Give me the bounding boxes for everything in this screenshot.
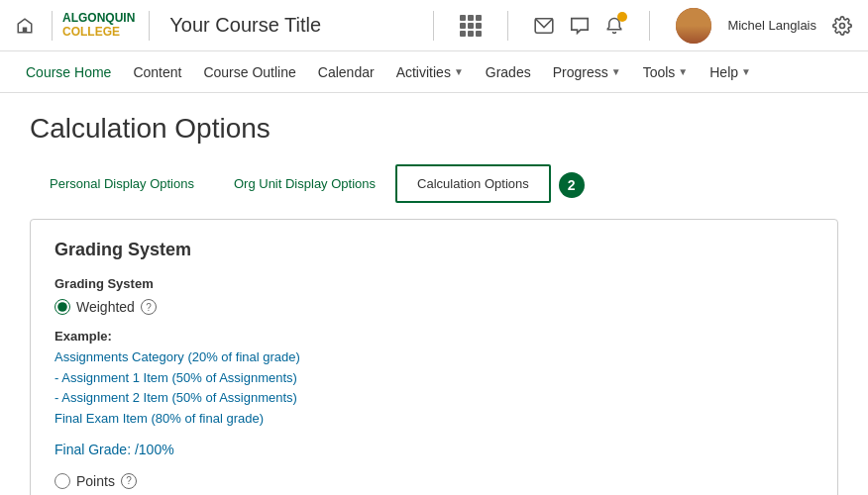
example-link-1[interactable]: Assignments Category (20% of final grade… <box>54 349 300 364</box>
nav-item-progress[interactable]: Progress ▼ <box>543 54 631 90</box>
nav-item-course-home[interactable]: Course Home <box>16 54 121 90</box>
example-link-4[interactable]: Final Exam Item (80% of final grade) <box>54 411 264 426</box>
example-bold-label: Example: <box>54 329 112 344</box>
nav-item-grades[interactable]: Grades <box>476 54 541 90</box>
nav-item-content[interactable]: Content <box>123 54 191 90</box>
nav-label-course-home: Course Home <box>26 64 111 80</box>
tab-org-unit-display-label: Org Unit Display Options <box>234 176 376 191</box>
weighted-radio[interactable] <box>54 299 70 315</box>
apps-grid-icon <box>460 15 482 37</box>
nav-item-help[interactable]: Help ▼ <box>700 54 761 90</box>
points-help-icon[interactable]: ? <box>121 473 137 489</box>
notification-badge <box>617 12 627 22</box>
header-divider-3 <box>433 11 434 41</box>
nav-label-progress: Progress <box>553 64 608 80</box>
help-arrow-icon: ▼ <box>741 66 751 77</box>
tab-calculation-options[interactable]: Calculation Options <box>395 164 551 203</box>
nav-item-tools[interactable]: Tools ▼ <box>633 54 699 90</box>
logo-text: ALGONQUINCOLLEGE <box>62 12 135 38</box>
example-line1: Assignments Category (20% of final grade… <box>54 347 814 368</box>
example-line2: - Assignment 1 Item (50% of Assignments) <box>54 368 814 389</box>
points-radio-row: Points ? <box>54 473 814 489</box>
final-grade-label: Final Grade: /100% <box>54 442 814 457</box>
example-block: Example: Assignments Category (20% of fi… <box>54 327 814 430</box>
example-link-2[interactable]: - Assignment 1 Item (50% of Assignments) <box>54 370 297 385</box>
header-divider-2 <box>149 11 150 41</box>
nav-label-activities: Activities <box>396 64 451 80</box>
tools-arrow-icon: ▼ <box>678 66 688 77</box>
svg-point-2 <box>840 23 845 28</box>
weighted-help-icon[interactable]: ? <box>141 299 157 315</box>
nav-label-course-outline: Course Outline <box>203 64 295 80</box>
tab-calculation-options-label: Calculation Options <box>417 176 529 191</box>
nav-label-calendar: Calendar <box>318 64 375 80</box>
example-label: Example: <box>54 327 814 347</box>
apps-button[interactable] <box>460 15 482 37</box>
settings-button[interactable] <box>832 16 852 36</box>
grading-system-card: Grading System Grading System Weighted ?… <box>30 219 838 495</box>
example-link-3[interactable]: - Assignment 2 Item (50% of Assignments) <box>54 390 297 405</box>
nav-label-tools: Tools <box>643 64 676 80</box>
nav-item-activities[interactable]: Activities ▼ <box>386 54 474 90</box>
home-button[interactable] <box>16 17 34 35</box>
tab-personal-display[interactable]: Personal Display Options <box>30 166 214 201</box>
nav-bar: Course Home Content Course Outline Calen… <box>0 51 868 93</box>
course-title: Your Course Title <box>169 14 321 37</box>
tab-org-unit-display[interactable]: Org Unit Display Options <box>214 166 395 201</box>
header-right: Michel Langlais <box>423 8 852 44</box>
card-title: Grading System <box>54 240 814 260</box>
username-label[interactable]: Michel Langlais <box>727 18 816 33</box>
svg-rect-0 <box>23 27 28 32</box>
example-line4: Final Exam Item (80% of final grade) <box>54 409 814 430</box>
activities-arrow-icon: ▼ <box>454 66 464 77</box>
nav-label-help: Help <box>709 64 738 80</box>
page-title: Calculation Options <box>30 113 838 145</box>
avatar-image <box>676 8 711 44</box>
nav-item-calendar[interactable]: Calendar <box>308 54 384 90</box>
nav-item-course-outline[interactable]: Course Outline <box>193 54 305 90</box>
weighted-label[interactable]: Weighted <box>76 299 135 315</box>
logo: ALGONQUINCOLLEGE <box>62 12 135 38</box>
tabs-row: Personal Display Options Org Unit Displa… <box>30 164 838 203</box>
header-divider-1 <box>52 11 53 41</box>
notifications-button[interactable] <box>605 16 623 36</box>
avatar[interactable] <box>676 8 711 44</box>
header-divider-5 <box>649 11 650 41</box>
email-button[interactable] <box>534 18 554 34</box>
points-label[interactable]: Points <box>76 473 115 489</box>
page-content: Calculation Options Personal Display Opt… <box>0 93 868 495</box>
points-radio[interactable] <box>54 473 70 489</box>
progress-arrow-icon: ▼ <box>611 66 621 77</box>
header-divider-4 <box>507 11 508 41</box>
chat-button[interactable] <box>570 17 590 35</box>
example-line3: - Assignment 2 Item (50% of Assignments) <box>54 388 814 409</box>
nav-label-grades: Grades <box>486 64 531 80</box>
tab-personal-display-label: Personal Display Options <box>50 176 194 191</box>
grading-system-field-label: Grading System <box>54 276 814 291</box>
nav-label-content: Content <box>133 64 181 80</box>
top-header: ALGONQUINCOLLEGE Your Course Title <box>0 0 868 51</box>
tab-badge: 2 <box>559 172 585 198</box>
weighted-radio-row: Weighted ? <box>54 299 814 315</box>
